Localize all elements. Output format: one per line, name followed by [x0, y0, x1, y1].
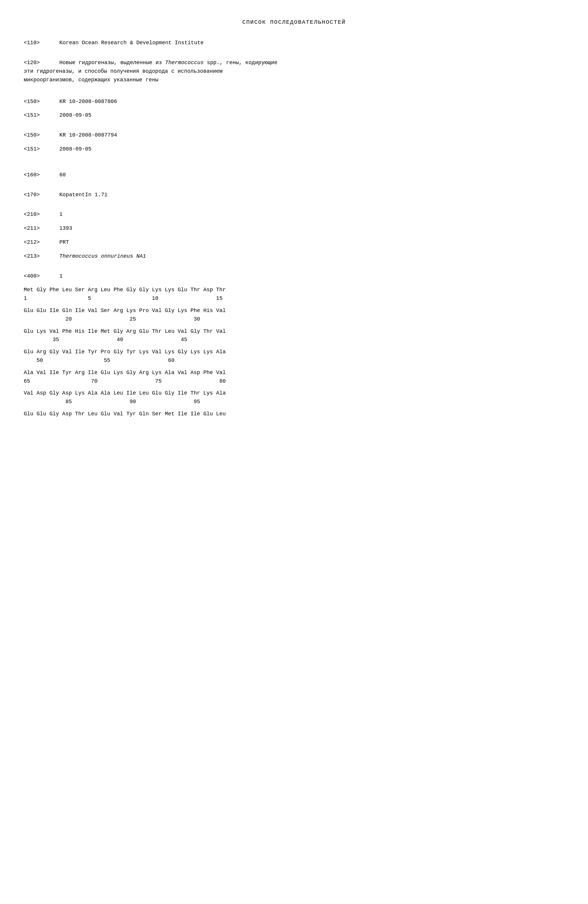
tag-170: <170> — [24, 191, 59, 199]
tag-160: <160> — [24, 171, 59, 179]
entry-400: <400> 1 — [24, 272, 564, 281]
value-110: Korean Ocean Research & Development Inst… — [59, 39, 564, 47]
tag-110: <110> — [24, 39, 59, 47]
entry-120: <120> Новые гидрогеназы, выделенные из T… — [24, 58, 564, 84]
seq-aa-7: Glu Glu Gly Asp Thr Leu Glu Val Tyr Gln … — [24, 410, 564, 418]
tag-213: <213> — [24, 252, 59, 261]
seq-num-6: 85 90 95 — [24, 398, 564, 406]
entry-110: <110> Korean Ocean Research & Developmen… — [24, 39, 564, 47]
entry-160: <160> 60 — [24, 171, 564, 179]
tag-150a: <150> — [24, 97, 59, 106]
seq-row-7: Glu Glu Gly Asp Thr Leu Glu Val Tyr Gln … — [24, 410, 564, 418]
entry-170: <170> KopatentIn 1.71 — [24, 191, 564, 199]
tag-150b: <150> — [24, 131, 59, 139]
value-212: PRT — [59, 238, 564, 247]
tag-211: <211> — [24, 224, 59, 233]
seq-num-5: 65 70 75 80 — [24, 377, 564, 386]
seq-aa-3: Glu Lys Val Phe His Ile Met Gly Arg Glu … — [24, 327, 564, 336]
italic-thermococcus: Thermococcus — [165, 60, 204, 66]
seq-row-6: Val Asp Gly Asp Lys Ala Ala Leu Ile Leu … — [24, 389, 564, 406]
entry-151b: <151> 2008-09-05 — [24, 145, 564, 153]
seq-num-1: 1 5 10 15 — [24, 294, 564, 303]
entry-212: <212> PRT — [24, 238, 564, 247]
seq-aa-5: Ala Val Ile Tyr Arg Ile Glu Lys Gly Arg … — [24, 368, 564, 377]
tag-210: <210> — [24, 210, 59, 219]
value-120-line3: микроорганизмов, содержащих указанные ге… — [24, 76, 564, 84]
tag-151b: <151> — [24, 145, 59, 153]
seq-row-1: Met Gly Phe Leu Ser Arg Leu Phe Gly Gly … — [24, 286, 564, 303]
value-151a: 2008-09-05 — [59, 111, 564, 120]
entry-150a: <150> KR 10-2008-0087806 — [24, 97, 564, 106]
seq-row-5: Ala Val Ile Tyr Arg Ile Glu Lys Gly Arg … — [24, 368, 564, 386]
tag-212: <212> — [24, 238, 59, 247]
tag-120: <120> — [24, 58, 59, 67]
page-container: СПИСОК ПОСЛЕДОВАТЕЛЬНОСТЕЙ <110> Korean … — [24, 18, 564, 418]
entry-150b: <150> KR 10-2008-0087794 — [24, 131, 564, 139]
value-213: Thermococcus onnurineus NA1 — [59, 252, 564, 261]
value-400: 1 — [59, 272, 564, 281]
seq-aa-6: Val Asp Gly Asp Lys Ala Ala Leu Ile Leu … — [24, 389, 564, 398]
seq-row-4: Glu Arg Gly Val Ile Tyr Pro Gly Tyr Lys … — [24, 348, 564, 365]
sequence-block: Met Gly Phe Leu Ser Arg Leu Phe Gly Gly … — [24, 286, 564, 418]
seq-num-3: 35 40 45 — [24, 335, 564, 344]
value-150b: KR 10-2008-0087794 — [59, 131, 564, 139]
entry-210: <210> 1 — [24, 210, 564, 219]
entry-151a: <151> 2008-09-05 — [24, 111, 564, 120]
seq-aa-2: Glu Glu Ile Gln Ile Val Ser Arg Lys Pro … — [24, 307, 564, 315]
tag-151a: <151> — [24, 111, 59, 120]
entry-213: <213> Thermococcus onnurineus NA1 — [24, 252, 564, 261]
seq-num-4: 50 55 60 — [24, 356, 564, 365]
seq-num-2: 20 25 30 — [24, 315, 564, 324]
tag-400: <400> — [24, 272, 59, 281]
entry-211: <211> 1393 — [24, 224, 564, 233]
value-120-line1: Новые гидрогеназы, выделенные из Thermoc… — [59, 58, 564, 67]
value-160: 60 — [59, 171, 564, 179]
seq-aa-1: Met Gly Phe Leu Ser Arg Leu Phe Gly Gly … — [24, 286, 564, 294]
value-170: KopatentIn 1.71 — [59, 191, 564, 199]
page-title: СПИСОК ПОСЛЕДОВАТЕЛЬНОСТЕЙ — [24, 18, 564, 27]
value-150a: KR 10-2008-0087806 — [59, 97, 564, 106]
value-120-line2: эти гидрогеназы, и способы получения вод… — [24, 67, 564, 76]
value-210: 1 — [59, 210, 564, 219]
value-211: 1393 — [59, 224, 564, 233]
seq-aa-4: Glu Arg Gly Val Ile Tyr Pro Gly Tyr Lys … — [24, 348, 564, 356]
seq-row-2: Glu Glu Ile Gln Ile Val Ser Arg Lys Pro … — [24, 307, 564, 324]
seq-row-3: Glu Lys Val Phe His Ile Met Gly Arg Glu … — [24, 327, 564, 345]
value-151b: 2008-09-05 — [59, 145, 564, 153]
